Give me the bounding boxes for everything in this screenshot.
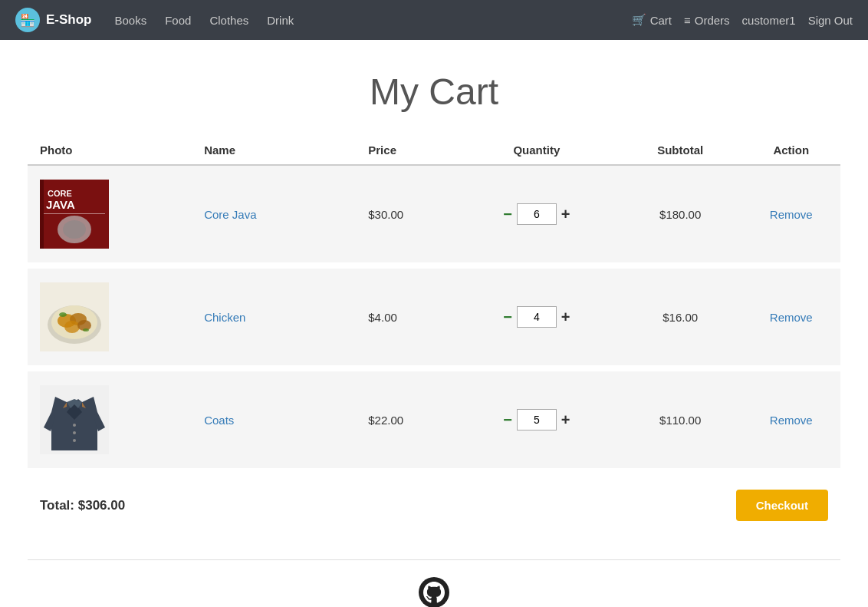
svg-point-6 <box>63 220 86 239</box>
remove-btn-3[interactable]: Remove <box>770 414 813 427</box>
coat-svg <box>40 385 109 454</box>
subtotal-cell-1: $180.00 <box>619 165 742 266</box>
svg-point-16 <box>83 328 89 332</box>
qty-minus-2[interactable]: − <box>498 308 517 326</box>
signout-link[interactable]: Sign Out <box>808 14 853 27</box>
product-image-1: CORE JAVA <box>40 180 109 249</box>
item-name-link-3[interactable]: Coats <box>204 414 234 427</box>
svg-point-15 <box>59 312 67 317</box>
qty-minus-3[interactable]: − <box>498 411 517 429</box>
table-row: CORE JAVA Core Java $30.00 <box>28 165 840 266</box>
subtotal-cell-3: $110.00 <box>619 368 742 471</box>
remove-btn-1[interactable]: Remove <box>770 208 813 221</box>
orders-label: Orders <box>695 14 730 27</box>
orders-icon: ≡ <box>684 14 691 27</box>
action-cell-1: Remove <box>742 165 841 266</box>
col-name: Name <box>192 136 356 165</box>
photo-cell-3 <box>28 368 192 471</box>
cart-table: Photo Name Price Quantity Subtotal Actio… <box>28 136 840 474</box>
qty-plus-2[interactable]: + <box>557 308 575 326</box>
cart-footer: Total: $306.00 Checkout <box>28 474 840 536</box>
name-cell-3: Coats <box>192 368 356 471</box>
name-cell-2: Chicken <box>192 266 356 368</box>
total-label: Total: $306.00 <box>40 498 125 513</box>
brand-name: E-Shop <box>46 12 92 28</box>
orders-link[interactable]: ≡ Orders <box>684 14 730 27</box>
col-price: Price <box>356 136 454 165</box>
footer-divider <box>28 559 840 560</box>
qty-plus-1[interactable]: + <box>557 205 575 223</box>
navbar: 🏪 E-Shop Books Food Clothes Drink 🛒 Cart… <box>0 0 868 40</box>
qty-plus-3[interactable]: + <box>557 411 575 429</box>
subtotal-cell-2: $16.00 <box>619 266 742 368</box>
page-title: My Cart <box>28 71 840 113</box>
col-photo: Photo <box>28 136 192 165</box>
qty-input-3[interactable] <box>517 409 557 431</box>
qty-minus-1[interactable]: − <box>498 205 517 223</box>
svg-rect-4 <box>44 213 105 214</box>
nav-links: Books Food Clothes Drink <box>115 14 632 27</box>
col-subtotal: Subtotal <box>619 136 742 165</box>
svg-text:JAVA: JAVA <box>46 198 75 211</box>
svg-text:CORE: CORE <box>48 189 72 198</box>
photo-cell-2 <box>28 266 192 368</box>
github-icon <box>28 576 840 607</box>
qty-input-1[interactable] <box>517 203 557 225</box>
action-cell-2: Remove <box>742 266 841 368</box>
photo-cell-1: CORE JAVA <box>28 165 192 266</box>
brand[interactable]: 🏪 E-Shop <box>15 8 92 32</box>
qty-cell-3: − + <box>455 368 619 471</box>
svg-point-19 <box>73 431 76 434</box>
nav-clothes[interactable]: Clothes <box>209 14 248 27</box>
nav-food[interactable]: Food <box>165 14 191 27</box>
remove-btn-2[interactable]: Remove <box>770 311 813 324</box>
svg-point-21 <box>419 577 449 607</box>
checkout-button[interactable]: Checkout <box>736 490 828 521</box>
price-cell-3: $22.00 <box>356 368 454 471</box>
nav-drink[interactable]: Drink <box>267 14 294 27</box>
cart-label: Cart <box>650 14 672 27</box>
product-image-3 <box>40 385 109 454</box>
quantity-control-1: − + <box>467 203 607 225</box>
product-image-2 <box>40 282 109 351</box>
action-cell-3: Remove <box>742 368 841 471</box>
item-name-link-1[interactable]: Core Java <box>204 208 256 221</box>
price-cell-1: $30.00 <box>356 165 454 266</box>
chicken-svg <box>40 282 109 351</box>
col-action: Action <box>742 136 841 165</box>
price-cell-2: $4.00 <box>356 266 454 368</box>
table-row: Coats $22.00 − + $110.00 Remove <box>28 368 840 471</box>
table-row: Chicken $4.00 − + $16.00 Remove <box>28 266 840 368</box>
quantity-control-3: − + <box>467 409 607 431</box>
svg-rect-7 <box>40 180 44 249</box>
main-content: My Cart Photo Name Price Quantity Subtot… <box>12 40 856 607</box>
svg-point-13 <box>64 321 80 333</box>
brand-icon: 🏪 <box>15 8 40 32</box>
qty-input-2[interactable] <box>517 306 557 328</box>
col-quantity: Quantity <box>455 136 619 165</box>
name-cell-1: Core Java <box>192 165 356 266</box>
qty-cell-1: − + <box>455 165 619 266</box>
nav-books[interactable]: Books <box>115 14 147 27</box>
svg-point-20 <box>73 439 76 442</box>
navbar-right: 🛒 Cart ≡ Orders customer1 Sign Out <box>632 13 853 27</box>
item-name-link-2[interactable]: Chicken <box>204 311 245 324</box>
book-svg: CORE JAVA <box>40 180 109 249</box>
svg-point-18 <box>73 424 76 427</box>
quantity-control-2: − + <box>467 306 607 328</box>
qty-cell-2: − + <box>455 266 619 368</box>
username-link[interactable]: customer1 <box>742 14 796 27</box>
cart-icon: 🛒 <box>632 13 646 27</box>
cart-link[interactable]: 🛒 Cart <box>632 13 672 27</box>
github-svg <box>417 576 451 607</box>
